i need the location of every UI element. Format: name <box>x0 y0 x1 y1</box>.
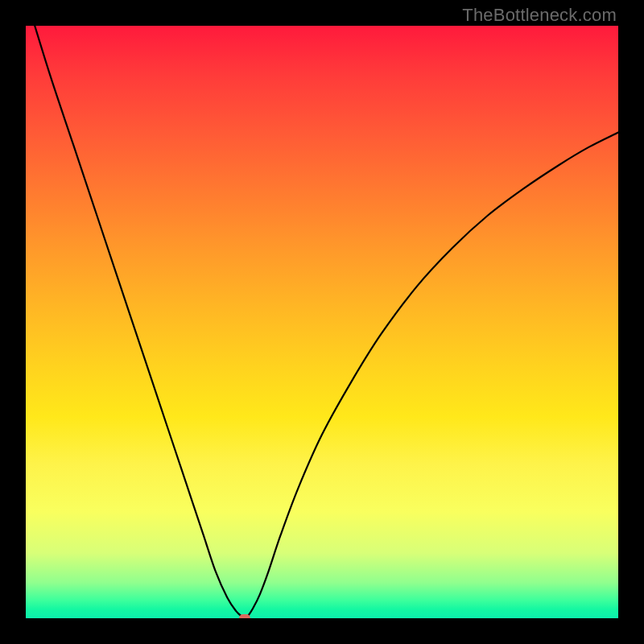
curve-svg <box>26 26 618 618</box>
plot-area <box>26 26 618 618</box>
watermark-text: TheBottleneck.com <box>462 5 617 26</box>
chart-container: TheBottleneck.com <box>0 0 644 644</box>
bottleneck-curve <box>26 26 618 618</box>
minimum-marker <box>239 614 250 618</box>
